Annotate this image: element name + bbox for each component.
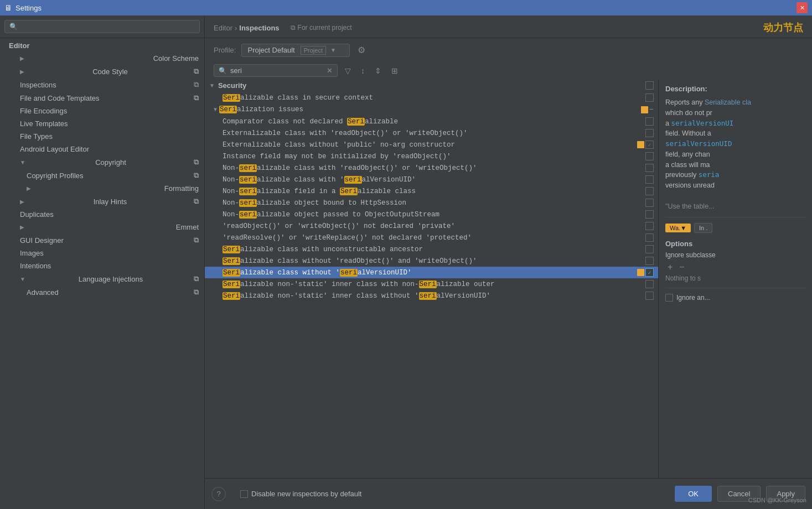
row-serializable-secure[interactable]: Serializable class in secure context: [205, 92, 658, 103]
row-nonserial-http[interactable]: Non-serializable object bound to HttpSes…: [205, 197, 658, 209]
row-serial-unconstructable[interactable]: Serializable class with unconstructable …: [205, 243, 658, 255]
sidebar-item-file-types[interactable]: File Types: [0, 130, 204, 143]
row-text-su-anc: Serializable class with unconstructable …: [223, 246, 645, 253]
security-checkbox[interactable]: [645, 81, 654, 90]
security-category[interactable]: ▼ Security: [205, 79, 658, 92]
sidebar-item-file-encodings[interactable]: File Encodings: [0, 105, 204, 117]
filter-button[interactable]: ▽: [342, 65, 354, 76]
desc-seria: seria: [699, 170, 720, 179]
copy-icon-fct: ⧉: [194, 94, 199, 102]
copy-icon-insp: ⧉: [194, 80, 199, 89]
checkbox-sn-vuid[interactable]: ✓: [645, 268, 654, 277]
close-button[interactable]: ✕: [797, 2, 808, 13]
sidebar-item-intentions[interactable]: Intentions: [0, 259, 204, 272]
checkbox-ns-rw[interactable]: [645, 164, 654, 172]
highlight-seri-sns-novuid: Seri: [223, 292, 240, 300]
row-readobject-private[interactable]: 'readObject()' or 'writeObject()' not de…: [205, 220, 658, 232]
sidebar-ft-label: File Types: [20, 132, 53, 141]
row-serial-noversionuid[interactable]: Serializable class without 'serialVersio…: [205, 267, 658, 278]
sidebar-editor-label[interactable]: Editor: [0, 38, 204, 52]
profile-badge: Project: [301, 46, 326, 55]
row-readresolve-protected[interactable]: 'readResolve()' or 'writeReplace()' not …: [205, 232, 658, 243]
row-nonserial-stream[interactable]: Non-serializable object passed to Object…: [205, 209, 658, 220]
checkbox-ro-priv[interactable]: [645, 222, 654, 230]
checkbox-rr-prot[interactable]: [645, 233, 654, 242]
desc-serial-version-link: serialVersionUI: [671, 119, 733, 127]
ok-button[interactable]: OK: [675, 486, 712, 502]
tree-arrow-emmet: ▶: [20, 224, 24, 230]
sidebar-item-color-scheme[interactable]: ▶ Color Scheme: [0, 52, 204, 65]
subcat-arrow: ▼: [214, 107, 217, 113]
subcat-minus-btn[interactable]: −: [649, 105, 654, 114]
row-externalizable-nopublic[interactable]: Externalizable class without 'public' no…: [205, 139, 658, 150]
checkbox-ns-stream[interactable]: [645, 210, 654, 219]
filter-clear-button[interactable]: ✕: [327, 66, 333, 75]
minus-button[interactable]: −: [677, 262, 686, 272]
checkbox-secure[interactable]: [645, 94, 654, 102]
search-input[interactable]: [4, 20, 200, 33]
checkbox-sns-outer[interactable]: [645, 280, 654, 288]
tree-arrow-cs: ▶: [20, 69, 24, 75]
ignore-subclasses-option: Ignore subclasse: [665, 251, 805, 259]
row-text-ns-vuid: Non-serializable class with 'serialVersi…: [223, 176, 645, 184]
sidebar-item-gui-designer[interactable]: GUI Designer ⧉: [0, 233, 204, 247]
desc-use-table: "Use the table...: [665, 202, 715, 210]
security-arrow: ▼: [209, 82, 215, 89]
in-button[interactable]: In .: [694, 223, 712, 233]
sidebar-item-emmet[interactable]: ▶ Emmet: [0, 221, 204, 233]
row-nonserial-rw[interactable]: Non-serializable class with 'readObject(…: [205, 162, 658, 174]
checkbox-ext-np[interactable]: ✓: [645, 141, 654, 149]
sidebar-item-live-templates[interactable]: Live Templates: [0, 117, 204, 130]
sidebar-fe-label: File Encodings: [20, 107, 67, 115]
grid-view-button[interactable]: ⊞: [389, 65, 401, 76]
sidebar-item-copyright-profiles[interactable]: Copyright Profiles ⧉: [0, 169, 204, 182]
sidebar-fct-label: File and Code Templates: [20, 94, 100, 102]
checkbox-ext-rw[interactable]: [645, 129, 654, 137]
wa-button[interactable]: Wa.▼: [665, 224, 691, 232]
expand-all-button[interactable]: ↕: [358, 65, 368, 76]
sidebar-item-advanced[interactable]: Advanced ⧉: [0, 285, 204, 299]
filter-input[interactable]: [230, 66, 323, 75]
tree-arrow-color: ▶: [20, 55, 24, 61]
for-current-project[interactable]: ⧉ For current project: [291, 24, 352, 32]
sidebar-item-file-code-templates[interactable]: File and Code Templates ⧉: [0, 91, 204, 105]
sidebar-item-images[interactable]: Images: [0, 247, 204, 259]
checkbox-ns-vuid[interactable]: [645, 175, 654, 184]
ignore-checkbox[interactable]: [665, 294, 673, 302]
checkbox-comparator[interactable]: [645, 117, 654, 126]
checkbox-inst-ro[interactable]: [645, 152, 654, 160]
row-serial-noreadwrite[interactable]: Serializable class without 'readObject()…: [205, 255, 658, 267]
sidebar-item-formatting[interactable]: ▶ Formatting: [0, 182, 204, 195]
row-serial-nonstatic-outer[interactable]: Serializable non-'static' inner class wi…: [205, 278, 658, 290]
sidebar-item-inspections[interactable]: Inspections ⧉: [0, 78, 204, 91]
checkbox-sns-novuid[interactable]: [645, 292, 654, 300]
row-nonserial-field[interactable]: Non-serializable field in a Serializable…: [205, 185, 658, 197]
checkbox-ns-field[interactable]: [645, 187, 654, 195]
checkbox-ns-http[interactable]: [645, 199, 654, 207]
sidebar-item-language-injections[interactable]: ▼ Language Injections ⧉: [0, 272, 204, 285]
options-label: Options: [665, 240, 805, 248]
plus-button[interactable]: +: [665, 262, 675, 272]
row-comparator[interactable]: Comparator class not declared Serializab…: [205, 116, 658, 127]
serialization-issues-subcategory[interactable]: ▼ Serialization issues −: [205, 103, 658, 116]
row-nonserial-vuid[interactable]: Non-serializable class with 'serialVersi…: [205, 174, 658, 185]
row-instance-readobject[interactable]: Instance field may not be initialized by…: [205, 150, 658, 162]
collapse-all-button[interactable]: ⇕: [372, 65, 384, 76]
sidebar-item-inlay-hints[interactable]: ▶ Inlay Hints ⧉: [0, 195, 204, 208]
sidebar-code-style-label: Code Style: [92, 67, 128, 76]
disable-new-inspections-checkbox[interactable]: [240, 490, 248, 498]
sidebar-item-android-layout-editor[interactable]: Android Layout Editor: [0, 143, 204, 155]
inspection-list: ▼ Security Serializable class in secure …: [205, 79, 659, 478]
row-serial-nonstatic-novuid[interactable]: Serializable non-'static' inner class wi…: [205, 290, 658, 302]
sidebar-item-duplicates[interactable]: Duplicates: [0, 208, 204, 221]
highlight-seri-secure: Seri: [223, 94, 240, 102]
sidebar-item-copyright[interactable]: ▼ Copyright ⧉: [0, 155, 204, 169]
profile-dropdown[interactable]: Project Default Project ▼: [241, 44, 349, 57]
checkbox-sn-rw[interactable]: [645, 257, 654, 265]
profile-gear-button[interactable]: ⚙: [355, 43, 368, 58]
help-button[interactable]: ?: [211, 487, 226, 501]
sidebar-item-code-style[interactable]: ▶ Code Style ⧉: [0, 65, 204, 78]
desc-text8: versions unread: [665, 181, 715, 189]
row-externalizable-readwrite[interactable]: Externalizable class with 'readObject()'…: [205, 127, 658, 139]
checkbox-su-anc[interactable]: [645, 245, 654, 253]
